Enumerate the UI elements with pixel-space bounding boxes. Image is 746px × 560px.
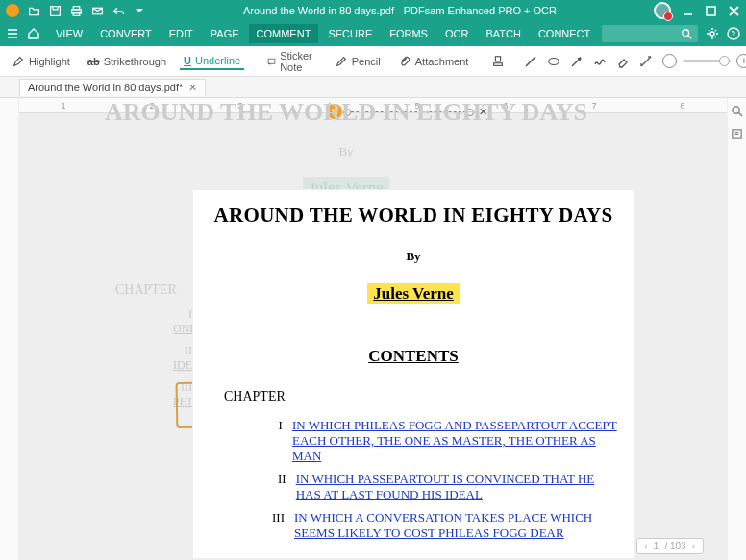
list-item: III IN WHICH A CONVERSATION TAKES PLACE … <box>272 510 622 541</box>
save-icon[interactable] <box>48 4 62 17</box>
home-icon[interactable] <box>27 27 40 40</box>
prev-page-icon[interactable]: ‹ <box>645 541 648 551</box>
undo-icon[interactable] <box>112 4 125 17</box>
menu-edit[interactable]: EDIT <box>162 24 201 43</box>
doc-title: AROUND THE WORLD IN EIGHTY DAYS <box>205 204 622 228</box>
chapter-link[interactable]: IN WHICH PHILEAS FOGG AND PASSEPARTOUT A… <box>292 418 622 464</box>
chapter-number: I <box>272 418 283 464</box>
tab-close-icon[interactable]: ✕ <box>188 82 197 94</box>
menu-connect[interactable]: CONNECT <box>531 24 598 43</box>
stamp-icon[interactable] <box>491 55 505 68</box>
properties-panel-icon[interactable] <box>731 127 744 140</box>
hamburger-icon[interactable] <box>6 27 19 40</box>
doc-chapter-label: CHAPTER <box>224 389 622 404</box>
menu-page[interactable]: PAGE <box>203 24 247 43</box>
underline-icon: U <box>184 55 191 66</box>
sticker-note-button[interactable]: Sticker Note <box>263 48 321 75</box>
window-title: Around the World in 80 days.pdf - PDFsam… <box>146 5 654 16</box>
doc-contents-heading: CONTENTS <box>205 347 622 366</box>
doc-title-ghost: AROUND THE WORLD IN EIGHTY DAYS <box>77 98 615 127</box>
comment-toolbar: Highlight ab Strikethrough U Underline S… <box>0 46 746 77</box>
svg-point-14 <box>710 32 714 36</box>
open-icon[interactable] <box>27 4 40 17</box>
highlight-button[interactable]: Highlight <box>8 53 74 70</box>
ghost-rn: II <box>173 344 192 358</box>
minimize-icon[interactable] <box>681 4 694 17</box>
attachment-button[interactable]: Attachment <box>394 53 473 70</box>
underline-button[interactable]: U Underline <box>180 53 244 70</box>
line-shape-icon[interactable] <box>524 55 537 68</box>
help-icon[interactable] <box>727 27 740 40</box>
eraser-icon[interactable] <box>616 55 630 68</box>
email-icon[interactable] <box>90 4 104 17</box>
menu-ocr[interactable]: OCR <box>437 24 476 43</box>
left-gutter <box>0 98 19 560</box>
highlight-label: Highlight <box>29 56 70 67</box>
zoom-out-button[interactable]: − <box>662 54 677 68</box>
print-icon[interactable] <box>69 4 83 17</box>
strikethrough-icon: ab <box>87 56 100 67</box>
sticker-label: Sticker Note <box>280 50 317 73</box>
chapter-link[interactable]: IN WHICH PASSEPARTOUT IS CONVINCED THAT … <box>296 472 622 502</box>
app-logo-icon <box>6 4 19 17</box>
strikethrough-button[interactable]: ab Strikethrough <box>84 54 170 69</box>
user-avatar-icon[interactable] <box>654 2 671 19</box>
chapter-number: III <box>272 510 285 541</box>
doc-by-ghost: By <box>77 144 615 159</box>
settings-icon[interactable] <box>706 27 719 40</box>
ghost-rn: I <box>173 307 192 322</box>
pencil-icon <box>335 55 348 68</box>
next-page-icon[interactable]: › <box>692 541 695 551</box>
highlight-icon <box>12 55 25 68</box>
pencil-button[interactable]: Pencil <box>331 53 385 70</box>
svg-point-25 <box>733 106 739 112</box>
svg-point-20 <box>549 58 560 64</box>
title-bar: Around the World in 80 days.pdf - PDFsam… <box>0 0 746 21</box>
freehand-icon[interactable] <box>593 55 607 68</box>
current-page[interactable]: 1 <box>654 541 659 551</box>
list-item: II IN WHICH PASSEPARTOUT IS CONVINCED TH… <box>272 472 622 502</box>
chapter-list: I IN WHICH PHILEAS FOGG AND PASSEPARTOUT… <box>272 418 622 541</box>
pencil-label: Pencil <box>352 56 381 67</box>
svg-rect-16 <box>268 59 275 63</box>
menu-bar: VIEW CONVERT EDIT PAGE COMMENT SECURE FO… <box>0 21 746 46</box>
chapter-link[interactable]: IN WHICH A CONVERSATION TAKES PLACE WHIC… <box>294 510 622 541</box>
measure-icon[interactable] <box>639 55 653 68</box>
workspace: 1 2 3 4 5 6 7 8 ✎ ✕ AROUND THE WORLD IN … <box>0 98 746 560</box>
dropdown-icon[interactable] <box>133 4 146 17</box>
arrow-shape-icon[interactable] <box>570 55 584 68</box>
sticker-icon <box>267 55 276 68</box>
menu-view[interactable]: VIEW <box>48 24 90 43</box>
ruler-mark: 1 <box>61 101 65 110</box>
menu-secure[interactable]: SECURE <box>320 24 380 43</box>
page-navigator[interactable]: ‹ 1 / 103 › <box>636 538 705 554</box>
search-panel-icon[interactable] <box>731 104 744 117</box>
menu-forms[interactable]: FORMS <box>382 24 435 43</box>
zoom-in-button[interactable]: + <box>736 54 746 68</box>
document-canvas[interactable]: 1 2 3 4 5 6 7 8 ✎ ✕ AROUND THE WORLD IN … <box>19 98 727 560</box>
close-icon[interactable] <box>727 4 740 17</box>
search-icon <box>681 28 692 39</box>
menu-items: VIEW CONVERT EDIT PAGE COMMENT SECURE FO… <box>48 24 598 43</box>
search-input[interactable] <box>602 25 698 42</box>
zoom-slider[interactable] <box>683 60 731 62</box>
svg-line-21 <box>572 58 581 66</box>
strikethrough-label: Strikethrough <box>104 56 166 67</box>
menu-batch[interactable]: BATCH <box>478 24 528 43</box>
svg-rect-3 <box>73 12 80 15</box>
svg-rect-27 <box>733 129 741 137</box>
list-item: I IN WHICH PHILEAS FOGG AND PASSEPARTOUT… <box>272 418 622 464</box>
menu-convert[interactable]: CONVERT <box>92 24 160 43</box>
svg-rect-18 <box>494 62 503 65</box>
underline-label: Underline <box>195 55 240 66</box>
document-tab-label: Around the World in 80 days.pdf* <box>28 82 183 93</box>
chapter-number: II <box>272 472 286 502</box>
maximize-icon[interactable] <box>704 4 717 17</box>
svg-line-26 <box>738 112 742 116</box>
document-tab[interactable]: Around the World in 80 days.pdf* ✕ <box>19 79 206 96</box>
ellipse-shape-icon[interactable] <box>547 55 560 68</box>
menu-comment[interactable]: COMMENT <box>249 24 319 43</box>
doc-author-highlighted: Jules Verne <box>367 283 460 304</box>
svg-line-19 <box>526 57 535 66</box>
svg-line-22 <box>641 57 651 66</box>
